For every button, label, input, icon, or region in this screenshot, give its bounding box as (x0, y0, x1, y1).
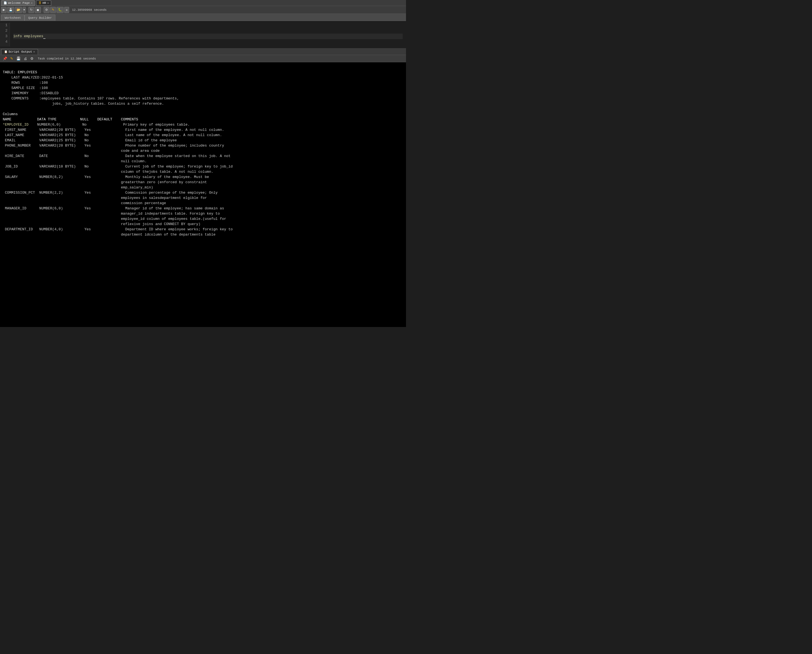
code-editor[interactable]: 1 2 3 4 info employees (0, 21, 406, 49)
format-button[interactable]: ≡ (64, 7, 69, 13)
compile-button[interactable]: ⚙ (44, 7, 50, 13)
output-tab-strip: 📋 Script Output ✕ (0, 49, 406, 55)
output-status: Task completed in 12.386 seconds (38, 57, 96, 60)
line-numbers: 1 2 3 4 (0, 23, 10, 47)
col-header-row: NAME DATA TYPE NULL DEFAULT COMMENTS (3, 118, 138, 121)
col-employee-id: *EMPLOYEE_ID NUMBER(6,0) No Primary key … (3, 122, 190, 127)
edit-button[interactable]: ✎ (50, 7, 56, 13)
col-email: EMAIL VARCHAR2(25 BYTE) No Email id of t… (3, 138, 177, 142)
columns-section: Columns (3, 112, 18, 116)
separator-2 (42, 7, 43, 13)
open-dropdown-button[interactable]: ▾ (23, 7, 26, 13)
execution-time: 12.38599968 seconds (72, 8, 106, 12)
clear-button[interactable]: ✎ (9, 56, 14, 61)
script-output-icon: 📋 (4, 50, 8, 53)
tab-welcome-page[interactable]: 📄 Welcome Page ✕ (1, 0, 35, 6)
col-salary: SALARY NUMBER(8,2) Yes Monthly salary of… (3, 175, 209, 189)
tab-query-builder[interactable]: Query Builder (24, 15, 55, 21)
pin-button[interactable]: 📌 (2, 56, 8, 61)
output-panel: 📋 Script Output ✕ 📌 ✎ 💾 🖨 ⚙ Task complet… (0, 49, 406, 327)
save-output-button[interactable]: 💾 (15, 56, 22, 61)
tab-hr[interactable]: 🗄 HR ✕ (36, 0, 51, 6)
code-line-1: info employees (13, 34, 403, 39)
save-button[interactable]: 💾 (7, 7, 14, 13)
output-toolbar: 📌 ✎ 💾 🖨 ⚙ Task completed in 12.386 secon… (0, 55, 406, 62)
refresh-button[interactable]: ↻ (28, 7, 34, 13)
welcome-tab-label: Welcome Page (8, 2, 30, 5)
run-button[interactable]: ▶ (1, 7, 7, 13)
col-department-id: DEPARTMENT_ID NUMBER(4,0) Yes Department… (3, 227, 233, 237)
line-number-4: 4 (2, 39, 8, 44)
script-output-close[interactable]: ✕ (33, 50, 35, 53)
script-output-label: Script Output (9, 50, 32, 53)
output-content: TABLE: EMPLOYEES LAST ANALYZED:2022-01-1… (0, 62, 406, 327)
line-number-1: 1 (2, 23, 8, 28)
stop-button[interactable]: ⏹ (35, 7, 41, 13)
hr-tab-label: HR (43, 2, 46, 5)
print-button[interactable]: 🖨 (23, 56, 28, 61)
main-toolbar: ▶ 💾 📂 ▾ ↻ ⏹ ⚙ ✎ 🐛 ≡ 12.38599968 seconds (0, 6, 406, 14)
tab-script-output[interactable]: 📋 Script Output ✕ (1, 49, 38, 55)
col-hire-date: HIRE_DATE DATE No Date when the employee… (3, 154, 230, 164)
welcome-tab-close[interactable]: ✕ (31, 2, 32, 5)
open-button[interactable]: 📂 (15, 7, 22, 13)
settings-output-button[interactable]: ⚙ (29, 56, 35, 61)
table-header: TABLE: EMPLOYEES (3, 70, 37, 74)
tab-worksheet[interactable]: Worksheet (1, 15, 24, 21)
line-number-3: 3 (2, 34, 8, 39)
editor-tab-strip: Worksheet Query Builder (0, 14, 406, 21)
col-manager-id: MANAGER_ID NUMBER(6,0) Yes Manager id of… (3, 206, 226, 226)
col-phone-number: PHONE_NUMBER VARCHAR2(20 BYTE) Yes Phone… (3, 144, 224, 153)
debug-button[interactable]: 🐛 (56, 7, 64, 13)
line-number-2: 2 (2, 28, 8, 34)
col-last-name: LAST_NAME VARCHAR2(25 BYTE) No Last name… (3, 133, 222, 137)
hr-tab-icon: 🗄 (38, 2, 41, 5)
welcome-tab-icon: 📄 (4, 2, 7, 5)
col-first-name: FIRST_NAME VARCHAR2(20 BYTE) Yes First n… (3, 128, 224, 132)
col-commission-pct: COMMISSION_PCT NUMBER(2,2) Yes Commissio… (3, 191, 218, 205)
code-content[interactable]: info employees (10, 23, 406, 47)
col-job-id: JOB_ID VARCHAR2(10 BYTE) No Current job … (3, 165, 233, 174)
title-bar: 📄 Welcome Page ✕ 🗄 HR ✕ (0, 0, 406, 6)
hr-tab-close[interactable]: ✕ (47, 2, 49, 5)
